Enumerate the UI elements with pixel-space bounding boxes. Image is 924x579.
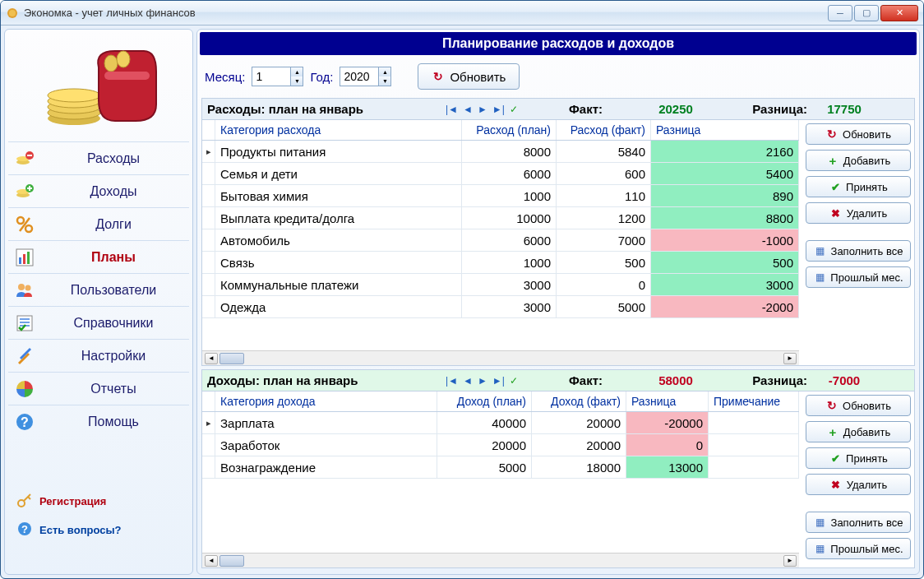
cell-fact[interactable]: 500 <box>557 252 651 273</box>
cell-diff[interactable]: -20000 <box>626 412 709 433</box>
close-button[interactable]: ✕ <box>880 5 918 21</box>
cell-category[interactable]: Автомобиль <box>215 229 462 251</box>
year-input[interactable] <box>340 70 378 83</box>
table-row[interactable]: Выплата кредита/долга1000012008800 <box>202 207 799 229</box>
nav-settings[interactable]: Настройки <box>8 339 189 372</box>
cell-category[interactable]: Зарплата <box>215 412 437 433</box>
col-diff[interactable]: Разница <box>651 120 799 140</box>
month-spinner[interactable]: ▲▼ <box>252 67 303 86</box>
nav-expenses[interactable]: Расходы <box>8 141 189 174</box>
cell-category[interactable]: Выплата кредита/долга <box>215 207 462 229</box>
cell-diff[interactable]: 500 <box>651 252 799 273</box>
cell-diff[interactable]: 5400 <box>651 163 799 184</box>
expenses-hscroll[interactable]: ◄► <box>202 350 799 365</box>
table-row[interactable]: Связь1000500500 <box>202 252 799 274</box>
cell-diff[interactable]: 0 <box>626 434 709 456</box>
cell-fact[interactable]: 0 <box>557 274 651 295</box>
cell-note[interactable] <box>709 412 799 433</box>
check-icon[interactable]: ✓ <box>510 104 518 115</box>
nav-help[interactable]: ?Помощь <box>8 405 189 438</box>
cell-diff[interactable]: 3000 <box>651 274 799 295</box>
month-input[interactable] <box>252 70 290 83</box>
add-button[interactable]: +Добавить <box>806 421 911 442</box>
col-plan[interactable]: Расход (план) <box>462 120 557 140</box>
cell-fact[interactable]: 5000 <box>557 296 651 317</box>
prev-month-button[interactable]: ▦Прошлый мес. <box>806 266 911 288</box>
last-icon[interactable]: ►| <box>492 375 505 387</box>
cell-plan[interactable]: 1000 <box>462 185 557 206</box>
cell-category[interactable]: Семья и дети <box>215 163 462 184</box>
table-row[interactable]: Автомобиль60007000-1000 <box>202 229 799 252</box>
accept-button[interactable]: ✔Принять <box>806 447 911 469</box>
next-icon[interactable]: ► <box>478 104 487 115</box>
refresh-button[interactable]: ↻Обновить <box>806 395 911 416</box>
cell-fact[interactable]: 20000 <box>532 434 626 456</box>
cell-plan[interactable]: 5000 <box>437 456 532 478</box>
refresh-button[interactable]: ↻Обновить <box>418 63 520 90</box>
accept-button[interactable]: ✔Принять <box>806 176 911 197</box>
cell-plan[interactable]: 10000 <box>462 207 557 229</box>
prev-icon[interactable]: ◄ <box>463 375 473 387</box>
cell-plan[interactable]: 6000 <box>462 229 557 251</box>
table-row[interactable]: Одежда30005000-2000 <box>202 296 799 318</box>
table-row[interactable]: Семья и дети60006005400 <box>202 163 799 185</box>
cell-plan[interactable]: 3000 <box>462 274 557 295</box>
scroll-right-icon[interactable]: ► <box>783 353 797 364</box>
year-down[interactable]: ▼ <box>379 76 390 86</box>
col-note[interactable]: Примечание <box>709 391 799 411</box>
cell-note[interactable] <box>709 434 799 456</box>
nav-incomes[interactable]: Доходы <box>8 174 189 207</box>
cell-plan[interactable]: 20000 <box>437 434 532 456</box>
cell-category[interactable]: Заработок <box>215 434 437 456</box>
refresh-button[interactable]: ↻Обновить <box>806 123 911 145</box>
prev-icon[interactable]: ◄ <box>463 104 473 115</box>
nav-plans[interactable]: Планы <box>8 240 189 273</box>
incomes-hscroll[interactable]: ◄► <box>202 553 799 567</box>
year-up[interactable]: ▲ <box>379 67 390 76</box>
first-icon[interactable]: |◄ <box>446 104 458 115</box>
cell-diff[interactable]: -1000 <box>651 229 799 251</box>
col-fact[interactable]: Расход (факт) <box>557 120 651 140</box>
cell-category[interactable]: Продукты питания <box>215 141 462 162</box>
scroll-left-icon[interactable]: ◄ <box>205 353 218 364</box>
questions-link[interactable]: ?Есть вопросы? <box>13 516 184 544</box>
cell-fact[interactable]: 7000 <box>557 229 651 251</box>
delete-button[interactable]: ✖Удалить <box>806 202 911 224</box>
cell-fact[interactable]: 18000 <box>532 456 626 478</box>
cell-diff[interactable]: 890 <box>651 185 799 206</box>
cell-fact[interactable]: 1200 <box>557 207 651 229</box>
scroll-thumb[interactable] <box>219 555 244 567</box>
cell-category[interactable]: Вознаграждение <box>215 456 437 478</box>
cell-fact[interactable]: 110 <box>557 185 651 206</box>
month-up[interactable]: ▲ <box>291 67 303 76</box>
cell-diff[interactable]: 13000 <box>626 456 709 478</box>
scroll-right-icon[interactable]: ► <box>783 555 797 567</box>
cell-plan[interactable]: 3000 <box>462 296 557 317</box>
fill-all-button[interactable]: ▦Заполнить все <box>806 512 911 533</box>
cell-category[interactable]: Связь <box>215 252 462 273</box>
cell-fact[interactable]: 600 <box>557 163 651 184</box>
table-row[interactable]: Заработок20000200000 <box>202 434 799 456</box>
cell-plan[interactable]: 1000 <box>462 252 557 273</box>
cell-diff[interactable]: -2000 <box>651 296 799 317</box>
add-button[interactable]: +Добавить <box>806 150 911 171</box>
nav-reports[interactable]: Отчеты <box>8 372 189 405</box>
cell-category[interactable]: Одежда <box>215 296 462 317</box>
next-icon[interactable]: ► <box>478 375 487 387</box>
cell-fact[interactable]: 20000 <box>532 412 626 433</box>
nav-users[interactable]: Пользователи <box>8 273 189 306</box>
table-row[interactable]: ▸Продукты питания800058402160 <box>202 141 799 163</box>
first-icon[interactable]: |◄ <box>446 375 458 387</box>
fill-all-button[interactable]: ▦Заполнить все <box>806 240 911 262</box>
cell-plan[interactable]: 8000 <box>462 141 557 162</box>
last-icon[interactable]: ►| <box>492 104 505 115</box>
col-plan[interactable]: Доход (план) <box>437 391 532 411</box>
cell-note[interactable] <box>709 456 799 478</box>
nav-debts[interactable]: Долги <box>8 207 189 240</box>
delete-button[interactable]: ✖Удалить <box>806 474 911 495</box>
table-row[interactable]: Бытовая химия1000110890 <box>202 185 799 207</box>
col-diff[interactable]: Разница <box>626 391 709 411</box>
scroll-thumb[interactable] <box>219 353 244 364</box>
year-spinner[interactable]: ▲▼ <box>340 67 391 86</box>
maximize-button[interactable]: ▢ <box>854 5 879 21</box>
